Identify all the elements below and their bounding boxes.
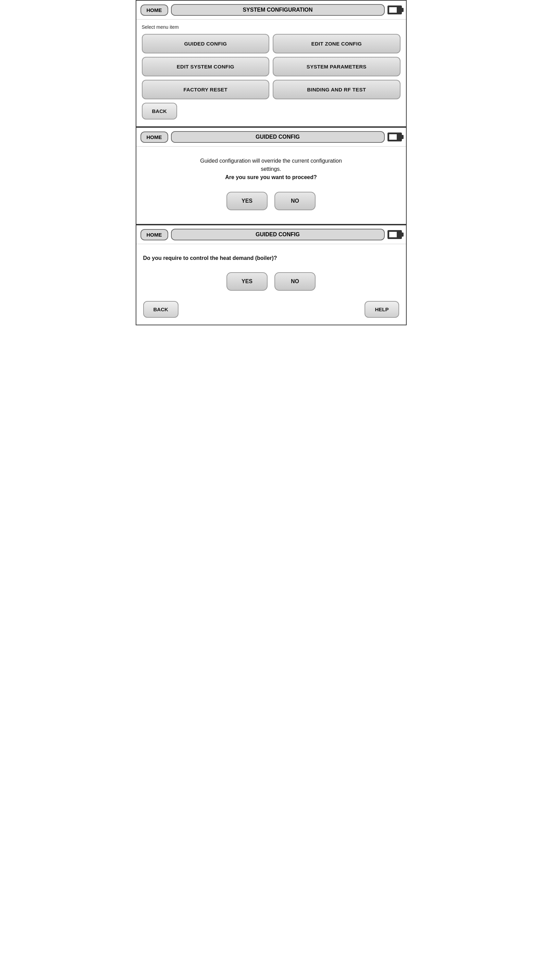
confirm-btn-row: YES NO [143, 192, 399, 210]
confirm-body: Guided configuration will override the c… [136, 146, 406, 224]
battery-icon-2 [387, 132, 402, 142]
edit-system-config-button[interactable]: EDIT SYSTEM CONFIG [142, 57, 269, 76]
screen-system-config: HOME SYSTEM CONFIGURATION Select menu it… [136, 0, 406, 127]
header-system-config: HOME SYSTEM CONFIGURATION [136, 1, 406, 19]
screen-title-2: GUIDED CONFIG [171, 131, 385, 143]
screen-title-3: GUIDED CONFIG [171, 229, 385, 240]
screen-guided-config-question: HOME GUIDED CONFIG Do you require to con… [136, 224, 406, 325]
confirm-line2: settings. [261, 166, 281, 172]
system-parameters-button[interactable]: SYSTEM PARAMETERS [273, 57, 400, 76]
header-guided-config-confirm: HOME GUIDED CONFIG [136, 128, 406, 146]
battery-fill-1 [389, 7, 397, 13]
factory-reset-button[interactable]: FACTORY RESET [142, 80, 269, 99]
screen-guided-config-confirm: HOME GUIDED CONFIG Guided configuration … [136, 127, 406, 224]
yes-button-2[interactable]: YES [226, 272, 268, 291]
no-button-2[interactable]: NO [274, 272, 316, 291]
question-text: Do you require to control the heat deman… [143, 255, 399, 262]
confirm-line1: Guided configuration will override the c… [200, 158, 342, 164]
home-button-2[interactable]: HOME [140, 132, 168, 143]
yes-button-1[interactable]: YES [226, 192, 268, 210]
battery-icon-1 [387, 5, 402, 14]
home-button-3[interactable]: HOME [140, 229, 168, 240]
back-button-2[interactable]: BACK [143, 301, 179, 318]
screen-title-1: SYSTEM CONFIGURATION [171, 4, 385, 16]
no-button-1[interactable]: NO [274, 192, 316, 210]
question-btn-row: YES NO [143, 272, 399, 291]
binding-rf-test-button[interactable]: BINDING AND RF TEST [273, 80, 400, 99]
back-button-1[interactable]: BACK [142, 103, 177, 119]
guided-config-button[interactable]: GUIDED CONFIG [142, 34, 269, 53]
battery-fill-3 [389, 232, 397, 237]
menu-subtitle: Select menu item [142, 24, 400, 30]
back-row-1: BACK [142, 103, 400, 119]
confirm-line3: Are you sure you want to proceed? [225, 174, 317, 180]
question-body: Do you require to control the heat deman… [136, 244, 406, 325]
battery-icon-3 [387, 230, 402, 239]
menu-grid: GUIDED CONFIG EDIT ZONE CONFIG EDIT SYST… [142, 34, 400, 99]
battery-fill-2 [389, 134, 397, 140]
screen-body-1: Select menu item GUIDED CONFIG EDIT ZONE… [136, 19, 406, 126]
edit-zone-config-button[interactable]: EDIT ZONE CONFIG [273, 34, 400, 53]
confirm-text: Guided configuration will override the c… [143, 157, 399, 181]
home-button-1[interactable]: HOME [140, 5, 168, 16]
bottom-btn-row: BACK HELP [143, 301, 399, 318]
help-button[interactable]: HELP [365, 301, 399, 318]
header-guided-config-question: HOME GUIDED CONFIG [136, 225, 406, 244]
